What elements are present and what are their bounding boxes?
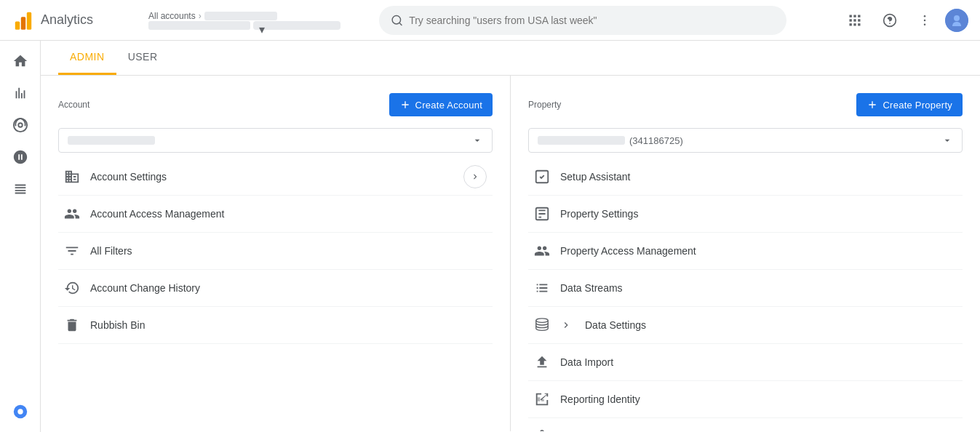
account-dropdown-value <box>68 136 155 145</box>
help-icon <box>883 13 897 28</box>
property-dropdown-value <box>538 136 625 145</box>
svg-rect-6 <box>850 19 852 21</box>
account-column: Account Create Account Account Settings <box>41 76 511 431</box>
more-button[interactable] <box>910 6 939 35</box>
account-settings-item[interactable]: Account Settings <box>58 159 493 196</box>
svg-rect-8 <box>858 19 860 21</box>
attribution-settings-label: Attribution Settings <box>560 431 646 431</box>
gear-icon <box>12 404 28 420</box>
create-account-label: Create Account <box>415 100 482 111</box>
rubbish-bin-label: Rubbish Bin <box>90 319 146 331</box>
account-column-header: Account Create Account <box>58 93 493 116</box>
avatar-icon <box>945 9 968 32</box>
account-dropdown[interactable] <box>58 128 493 153</box>
svg-point-27 <box>541 431 543 431</box>
property-dropdown-id: (341186725) <box>629 135 683 146</box>
account-change-history-item[interactable]: Account Change History <box>58 270 493 307</box>
svg-rect-10 <box>853 23 856 25</box>
sidebar-item-home[interactable] <box>6 47 35 76</box>
history-icon <box>64 280 80 296</box>
tabs-bar: ADMIN USER <box>41 41 980 76</box>
svg-rect-0 <box>15 21 20 29</box>
data-settings-label: Data Settings <box>585 319 646 331</box>
attribution-settings-item[interactable]: Attribution Settings <box>528 418 963 431</box>
reporting-identity-label: Reporting Identity <box>560 393 640 405</box>
attribution-icon <box>534 428 550 431</box>
apps-button[interactable] <box>840 6 869 35</box>
right-arrow-icon <box>470 172 480 182</box>
sidebar-item-reports[interactable] <box>6 79 35 108</box>
account-selector[interactable]: ▾ <box>148 21 340 30</box>
create-account-button[interactable]: Create Account <box>389 93 493 116</box>
svg-point-20 <box>18 123 23 127</box>
create-property-button[interactable]: Create Property <box>856 93 963 116</box>
svg-point-14 <box>924 15 926 17</box>
trash-icon <box>64 317 80 333</box>
sidebar-item-explore[interactable] <box>6 111 35 140</box>
property-column-header: Property Create Property <box>528 93 963 116</box>
tab-user[interactable]: USER <box>116 41 170 75</box>
data-import-item[interactable]: Data Import <box>528 344 963 381</box>
account-change-history-label: Account Change History <box>90 282 200 294</box>
sidebar-item-advertising[interactable] <box>6 143 35 172</box>
analytics-logo-icon <box>12 9 35 32</box>
topbar-actions <box>840 6 968 35</box>
search-icon <box>391 14 403 27</box>
svg-rect-1 <box>21 17 25 30</box>
account-access-label: Account Access Management <box>90 208 224 220</box>
plus-icon-property <box>867 99 878 111</box>
plus-icon <box>399 99 411 111</box>
property-column: Property Create Property (341186725) Se <box>511 76 980 431</box>
filter-icon <box>64 243 80 259</box>
data-streams-item[interactable]: Data Streams <box>528 270 963 307</box>
reporting-identity-item[interactable]: Reporting Identity <box>528 381 963 418</box>
account-settings-label: Account Settings <box>90 171 167 183</box>
property-settings-icon <box>534 206 550 222</box>
svg-rect-5 <box>858 15 860 17</box>
main-content: ADMIN USER Account Create Account <box>41 41 980 432</box>
breadcrumb-all-accounts: All accounts <box>148 11 196 21</box>
people-icon <box>64 206 80 222</box>
property-label: Property <box>528 100 561 110</box>
sidebar <box>0 41 41 432</box>
account-access-management-item[interactable]: Account Access Management <box>58 196 493 233</box>
account-settings-arrow[interactable] <box>463 165 487 188</box>
app-title: Analytics <box>41 12 93 28</box>
breadcrumb: All accounts › <box>148 11 340 21</box>
explore-icon <box>12 117 28 133</box>
topbar: Analytics All accounts › ▾ <box>0 0 980 41</box>
property-dropdown[interactable]: (341186725) <box>528 128 963 153</box>
sidebar-item-admin[interactable] <box>6 397 35 426</box>
dropdown-chevron-icon <box>471 135 483 146</box>
all-filters-label: All Filters <box>90 245 132 257</box>
search-input[interactable] <box>409 15 775 26</box>
breadcrumb-separator: › <box>199 11 202 21</box>
tab-admin[interactable]: ADMIN <box>58 41 116 75</box>
setup-assistant-item[interactable]: Setup Assistant <box>528 159 963 196</box>
data-streams-icon <box>534 280 550 296</box>
sidebar-item-configure[interactable] <box>6 175 35 204</box>
property-settings-item[interactable]: Property Settings <box>528 196 963 233</box>
search-bar <box>379 6 786 35</box>
more-icon <box>917 13 932 28</box>
svg-rect-4 <box>853 15 856 17</box>
data-settings-icon <box>534 317 550 333</box>
avatar[interactable] <box>945 9 968 32</box>
setup-assistant-label: Setup Assistant <box>560 171 631 183</box>
rubbish-bin-item[interactable]: Rubbish Bin <box>58 307 493 344</box>
property-access-management-item[interactable]: Property Access Management <box>528 233 963 270</box>
help-button[interactable] <box>875 6 904 35</box>
account-selector-chevron[interactable]: ▾ <box>253 21 340 30</box>
svg-rect-3 <box>850 15 852 17</box>
logo-area: Analytics <box>12 9 143 32</box>
property-dropdown-chevron-icon <box>941 135 953 146</box>
data-import-icon <box>534 354 550 370</box>
svg-rect-7 <box>853 19 856 21</box>
data-streams-label: Data Streams <box>560 282 623 294</box>
svg-point-25 <box>536 319 549 323</box>
svg-rect-9 <box>850 23 852 25</box>
building-icon <box>64 169 80 185</box>
all-filters-item[interactable]: All Filters <box>58 233 493 270</box>
svg-point-15 <box>924 19 926 21</box>
data-settings-item[interactable]: Data Settings <box>528 307 963 344</box>
